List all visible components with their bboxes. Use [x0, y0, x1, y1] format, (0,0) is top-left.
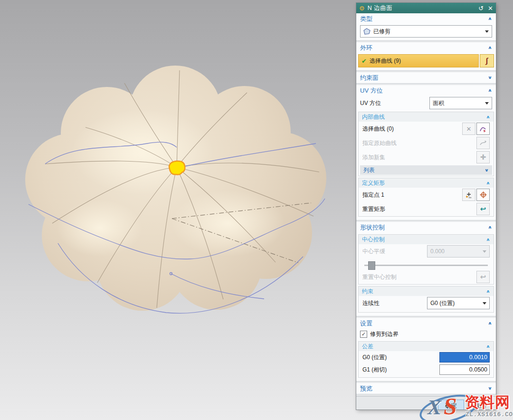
group-header-constraint[interactable]: 约束 ∧: [359, 286, 494, 296]
crosshair-target-icon: [479, 191, 487, 199]
group-tolerance: 公差 ∧ G0 (位置) 0.0010 G1 (相切) 0.0500: [358, 341, 494, 378]
chevron-up-icon: ∧: [486, 181, 490, 185]
slider-track[interactable]: [364, 265, 488, 266]
section-header-shape-control[interactable]: 形状控制 ∧: [356, 222, 496, 233]
center-flat-label: 中心平缓: [362, 248, 385, 256]
green-check-icon: ✔: [361, 57, 367, 65]
point-dialog-button[interactable]: [476, 189, 490, 201]
section-header-preview[interactable]: 预览 ∨: [356, 383, 496, 394]
section-header-outer-loop[interactable]: 外环 ∧: [356, 42, 496, 53]
g1-tolerance-input[interactable]: 0.0500: [439, 364, 490, 375]
add-new-set-button[interactable]: ✚: [476, 151, 490, 163]
gear-icon: ⚙: [359, 5, 365, 12]
reset-dialog-icon[interactable]: ↺: [478, 5, 484, 11]
ok-prefix-marker: <: [434, 402, 437, 409]
uv-orientation-label: UV 方位: [360, 99, 381, 107]
section-header-constraint-faces[interactable]: 约束面 ∨: [356, 72, 496, 83]
list-expander[interactable]: 列表 ∨: [360, 165, 492, 175]
dropdown-arrow-icon: [483, 250, 486, 253]
g0-tolerance-input[interactable]: 0.0010: [439, 352, 490, 363]
trim-to-boundary-checkbox[interactable]: ✓: [360, 331, 367, 338]
section-shape-control: 形状控制 ∧ 中心控制 ∧ 中心平缓 0.000: [356, 222, 496, 316]
chevron-down-icon: ∨: [484, 168, 489, 172]
section-type: 类型 ∧ 已修剪: [356, 13, 496, 41]
dialog-footer: < 确定 取消: [356, 399, 496, 410]
return-arrow-icon: ↩: [480, 205, 486, 213]
chevron-down-icon: ∨: [488, 386, 492, 391]
curve-select-button[interactable]: [476, 123, 490, 135]
add-set-icon: ✚: [480, 153, 486, 162]
cancel-button[interactable]: 取消: [467, 400, 493, 410]
dropdown-arrow-icon: [483, 302, 486, 305]
reset-rectangle-button[interactable]: ↩: [476, 203, 490, 215]
swap-direction-button[interactable]: ✕: [462, 123, 475, 135]
select-curve-active-row[interactable]: ✔ 选择曲线 (9): [358, 54, 479, 67]
apex-point: [169, 161, 185, 175]
g0-position-label: G0 (位置): [362, 353, 387, 362]
select-interior-curve-label: 选择曲线 (0): [362, 125, 394, 133]
close-dialog-icon[interactable]: ✕: [488, 5, 493, 11]
group-define-rectangle: 定义矩形 ∧ 指定点 1: [358, 178, 494, 217]
group-header-define-rectangle[interactable]: 定义矩形 ∧: [359, 178, 494, 188]
curve-arrow-icon: [479, 140, 487, 146]
chevron-up-icon: ∧: [488, 225, 492, 229]
group-interior-curves: 内部曲线 ∧ 选择曲线 (0) ✕: [358, 112, 494, 176]
point-constructor-icon: [465, 191, 473, 199]
chevron-down-icon: ∨: [488, 75, 492, 80]
center-flat-dropdown[interactable]: 0.000: [427, 245, 490, 258]
dialog-title: N 边曲面: [368, 4, 475, 12]
chevron-up-icon: ∧: [486, 289, 490, 294]
group-header-tolerance[interactable]: 公差 ∧: [359, 342, 494, 351]
dialog-titlebar[interactable]: ⚙ N 边曲面 ↺ ✕: [356, 3, 496, 13]
ok-button[interactable]: 确定: [438, 400, 464, 410]
reset-center-control-label: 重置中心控制: [362, 273, 397, 281]
continuity-dropdown[interactable]: G0 (位置): [427, 297, 490, 309]
chevron-up-icon: ∧: [486, 344, 490, 349]
type-dropdown[interactable]: 已修剪: [360, 25, 492, 38]
chevron-up-icon: ∧: [488, 45, 492, 50]
section-uv: UV 方位 ∧ UV 方位 面积 内部曲线 ∧ 选择曲线 (0): [356, 85, 496, 220]
section-outer-loop: 外环 ∧ ✔ 选择曲线 (9) ∫: [356, 42, 496, 71]
group-header-center-control[interactable]: 中心控制 ∧: [359, 235, 494, 244]
original-curve-button[interactable]: [476, 137, 490, 149]
dropdown-arrow-icon: [485, 30, 489, 33]
group-center-control: 中心控制 ∧ 中心平缓 0.000 重置中心控制: [358, 234, 494, 285]
reset-center-control-button[interactable]: ↩: [476, 271, 490, 283]
section-header-uv[interactable]: UV 方位 ∧: [356, 85, 496, 96]
n-sided-surface-dialog: ⚙ N 边曲面 ↺ ✕ 类型 ∧ 已修剪 外环 ∧: [356, 3, 496, 410]
add-new-set-label: 添加新集: [362, 153, 385, 162]
chevron-up-icon: ∧: [486, 115, 490, 119]
chevron-up-icon: ∧: [488, 16, 492, 21]
chevron-up-icon: ∧: [488, 88, 492, 93]
curve-cursor-icon: [479, 125, 487, 133]
specify-original-curve-label: 指定原始曲线: [362, 139, 397, 147]
dropdown-arrow-icon: [485, 102, 489, 105]
specify-point-label: 指定点 1: [362, 191, 384, 199]
crossed-arrows-icon: ✕: [466, 125, 472, 133]
trim-to-boundary-label: 修剪到边界: [370, 330, 399, 338]
section-header-type[interactable]: 类型 ∧: [356, 13, 496, 24]
dialog-resize-grip[interactable]: [356, 396, 496, 397]
section-preview: 预览 ∨: [356, 383, 496, 394]
g1-tangent-label: G1 (相切): [362, 366, 387, 374]
chevron-up-icon: ∧: [486, 237, 490, 242]
trimmed-surface-icon: [363, 28, 370, 35]
slider-handle[interactable]: [368, 261, 375, 270]
return-arrow-icon: ↩: [480, 273, 486, 281]
reset-rectangle-label: 重置矩形: [362, 205, 385, 213]
center-flat-slider[interactable]: [364, 261, 488, 269]
section-settings: 设置 ∧ ✓ 修剪到边界 公差 ∧ G0 (位置) 0.0010 G1 (相切): [356, 318, 496, 382]
point-constructor-button[interactable]: [462, 189, 475, 201]
group-header-interior-curves[interactable]: 内部曲线 ∧: [359, 112, 494, 122]
chevron-up-icon: ∧: [488, 321, 492, 325]
uv-orientation-dropdown[interactable]: 面积: [429, 97, 492, 109]
section-constraint-faces: 约束面 ∨: [356, 72, 496, 84]
continuity-label: 连续性: [362, 299, 380, 307]
group-constraint: 约束 ∧ 连续性 G0 (位置): [358, 286, 494, 313]
curve-rule-button[interactable]: ∫: [480, 54, 494, 67]
section-header-settings[interactable]: 设置 ∧: [356, 318, 496, 329]
